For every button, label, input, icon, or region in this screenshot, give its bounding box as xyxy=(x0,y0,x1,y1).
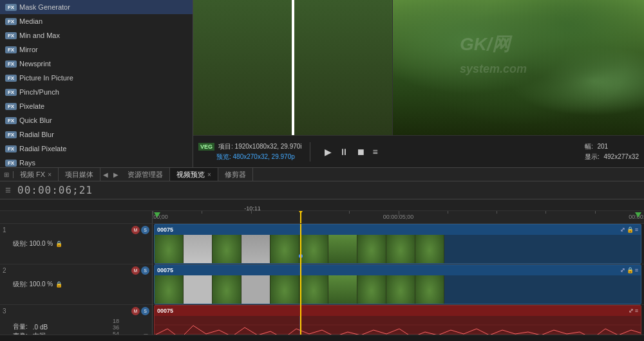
ruler[interactable]: 00:00:00;00 00:00:05;00 00:00:10;00 xyxy=(153,211,644,223)
list-item[interactable]: FX Pixelate xyxy=(0,99,193,113)
menu-icon: ≡ xyxy=(635,226,638,233)
tab-editor-label: 修剪器 xyxy=(225,170,246,180)
svg-rect-0 xyxy=(155,316,641,335)
tab-nav-right[interactable]: ▶ xyxy=(111,171,121,178)
ruler-tick xyxy=(448,211,448,214)
list-item[interactable]: FX Min and Max xyxy=(0,28,193,42)
stop-button[interactable]: ⏹ xyxy=(355,145,366,158)
source-info: VEG 项目: 1920x1080x32, 29.970i 预览: 480x27… xyxy=(198,142,310,161)
clip-1-marker xyxy=(299,254,303,258)
effect-name: Quick Blur xyxy=(19,116,52,124)
tab-video-fx[interactable]: 视频 FX × xyxy=(14,168,59,181)
thumb-item xyxy=(386,275,415,304)
tab-project-media[interactable]: 项目媒体 xyxy=(59,168,100,181)
list-item[interactable]: FX Picture In Picture xyxy=(0,71,193,85)
thumb-item xyxy=(357,235,386,264)
track-3-controls: 音量: .0 dB xyxy=(3,322,149,331)
thumb-item xyxy=(386,235,415,264)
list-item[interactable]: FX Mirror xyxy=(0,42,193,57)
clip-video-1[interactable]: 00075 ⤢ 🔒 ≡ xyxy=(154,224,641,264)
fx-badge: FX xyxy=(5,18,17,25)
pause-button[interactable]: ⏸ xyxy=(338,145,350,158)
lock-icon[interactable]: 🔒 xyxy=(55,281,62,288)
tab-resource-manager-label: 资源管理器 xyxy=(128,170,163,180)
clip-3-header-right: ⤢ ≡ xyxy=(629,308,638,314)
clip-3-header: 00075 ⤢ ≡ xyxy=(155,306,641,316)
video-track-1[interactable]: 00075 ⤢ 🔒 ≡ xyxy=(153,224,644,264)
effect-name: Newsprint xyxy=(19,60,51,68)
clip-2-name: 00075 xyxy=(157,267,173,273)
track-3-mute-icon[interactable]: M xyxy=(131,307,140,315)
list-item[interactable]: FX Pinch/Punch xyxy=(0,85,193,99)
timeline-header: ☰ 00:00:06;21 xyxy=(0,181,644,199)
ruler-tick xyxy=(153,211,153,215)
width-label: 幅: xyxy=(585,143,593,150)
ruler-labels-spacer xyxy=(0,211,153,223)
tab-video-preview[interactable]: 视频预览 × xyxy=(170,168,218,181)
tab-resource-manager[interactable]: 资源管理器 xyxy=(121,168,170,181)
ruler-tick xyxy=(595,211,596,214)
list-item[interactable]: FX Median xyxy=(0,14,193,28)
ruler-playhead xyxy=(300,211,301,223)
lock-icon[interactable]: 🔒 xyxy=(55,241,62,247)
timeline-section: ☰ 00:00:06;21 -10:11 00:00:00;00 00:00:0… xyxy=(0,181,644,341)
effect-name: Radial Pixelate xyxy=(19,145,66,152)
video-track-2[interactable]: 00075 ⤢ 🔒 ≡ xyxy=(153,264,644,305)
track-1-mute-icon[interactable]: M xyxy=(131,226,140,234)
effect-preview-thumb xyxy=(193,0,393,135)
track-3-volume-label: 音量: xyxy=(13,322,28,331)
fx-badge: FX xyxy=(5,32,17,39)
timeline-scrollbar[interactable] xyxy=(0,335,644,341)
track-3-solo-icon[interactable]: S xyxy=(141,307,149,315)
clip-video-2[interactable]: 00075 ⤢ 🔒 ≡ xyxy=(154,264,641,304)
tab-editor[interactable]: 修剪器 xyxy=(218,168,253,181)
close-icon[interactable]: × xyxy=(48,171,52,178)
track-3-header-icons: M S xyxy=(131,307,149,315)
playhead-time-label: -10:11 xyxy=(244,205,261,212)
track-2-controls: 级别: 100.0 % 🔒 xyxy=(3,280,149,289)
menu-button[interactable]: ≡ xyxy=(372,145,379,158)
stretch-icon: ⤢ xyxy=(620,226,625,233)
track-2-label: 2 M S 级别: 100.0 % 🔒 xyxy=(0,264,152,305)
track-3-pan-value: 中间 xyxy=(33,331,46,335)
thumb-item xyxy=(415,275,444,304)
fx-badge: FX xyxy=(5,131,17,138)
timeline-tracks-area[interactable]: 00075 ⤢ 🔒 ≡ xyxy=(153,224,644,335)
hamburger-icon[interactable]: ☰ xyxy=(5,187,11,194)
list-item[interactable]: FX Radial Pixelate xyxy=(0,142,193,156)
track-1-label: 1 M S 级别: 100.0 % 🔒 xyxy=(0,224,152,264)
fx-badge: FX xyxy=(5,4,17,11)
list-item[interactable]: FX Mask Generator xyxy=(0,0,193,14)
effect-name: Radial Blur xyxy=(19,131,54,138)
preview-area: GK/网 system.com VEG 项目: 1920x1080x32, 29… xyxy=(193,0,644,167)
tab-nav-left[interactable]: ◀ xyxy=(100,171,111,178)
fx-badge: FX xyxy=(5,117,17,124)
list-item[interactable]: FX Radial Blur xyxy=(0,127,193,142)
menu-icon: ≡ xyxy=(635,267,638,273)
dropdown-icon[interactable]: ▼ xyxy=(142,332,149,335)
effect-name: Median xyxy=(19,17,43,25)
clip-audio-3[interactable]: 00075 ⤢ ≡ xyxy=(154,305,641,335)
playhead-row: -10:11 xyxy=(0,199,644,211)
track-2-solo-icon[interactable]: S xyxy=(141,266,149,275)
waveform-svg xyxy=(155,316,641,335)
playhead-head xyxy=(297,211,305,214)
thumb-item xyxy=(328,235,357,264)
play-button[interactable]: ▶ xyxy=(323,145,333,158)
track-1-header-icons: M S xyxy=(131,226,149,234)
list-item[interactable]: FX Quick Blur xyxy=(0,113,193,127)
clip-1-name: 00075 xyxy=(157,226,173,233)
track-1-controls: 级别: 100.0 % 🔒 xyxy=(3,239,149,248)
list-item[interactable]: FX Newsprint xyxy=(0,57,193,71)
track-2-mute-icon[interactable]: M xyxy=(131,266,140,275)
close-icon[interactable]: × xyxy=(207,171,211,178)
tab-video-preview-label: 视频预览 xyxy=(176,170,205,180)
in-point-marker xyxy=(154,212,160,217)
list-item[interactable]: FX Rays xyxy=(0,156,193,167)
ruler-tick xyxy=(497,211,497,214)
thumb-item xyxy=(242,275,270,304)
track-1-solo-icon[interactable]: S xyxy=(141,226,149,234)
audio-track-3[interactable]: 00075 ⤢ ≡ xyxy=(153,305,644,335)
ruler-tick xyxy=(545,211,546,214)
effects-panel: FX Mask Generator FX Median FX Min and M… xyxy=(0,0,193,167)
